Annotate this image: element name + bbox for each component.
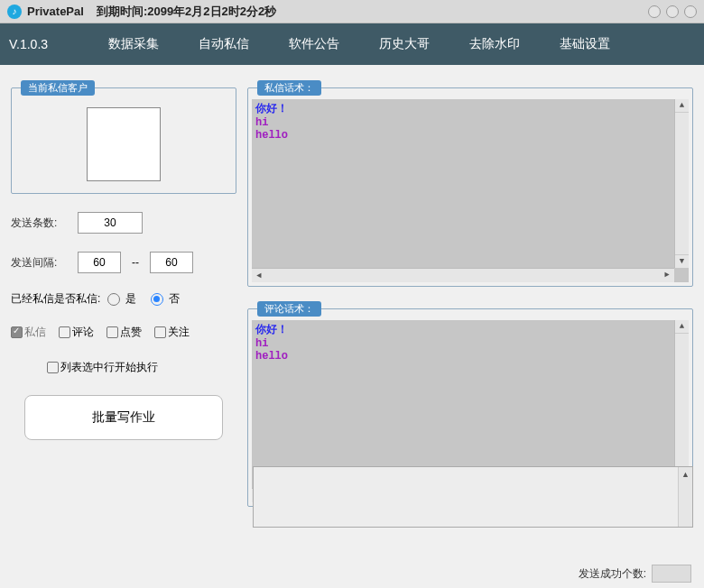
right-panel: 私信话术： 你好！ hi hello ▲▼ ◄► 评论话术： 你好！ hi he… bbox=[247, 80, 693, 507]
nav-remove-watermark[interactable]: 去除水印 bbox=[469, 36, 520, 52]
already-pm-row: 已经私信是否私信: 是 否 bbox=[11, 291, 236, 307]
check-like-label: 点赞 bbox=[120, 326, 142, 338]
version-label: V.1.0.3 bbox=[9, 37, 108, 51]
pm-line2: hi bbox=[252, 116, 689, 129]
send-count-input[interactable] bbox=[78, 212, 143, 234]
app-logo-icon: ♪ bbox=[7, 5, 22, 19]
check-follow-label: 关注 bbox=[168, 326, 190, 338]
listrow-check-row: 列表选中行开始执行 bbox=[11, 360, 236, 375]
sent-count-box bbox=[652, 565, 691, 583]
pm-script-box: 私信话术： 你好！ hi hello ▲▼ ◄► bbox=[247, 80, 693, 287]
expire-text: 到期时间:2099年2月2日2时2分2秒 bbox=[97, 4, 276, 20]
minimize-icon[interactable] bbox=[648, 5, 661, 18]
pm-line3: hello bbox=[252, 129, 689, 142]
send-interval-row: 发送间隔: -- bbox=[11, 252, 236, 273]
radio-no[interactable] bbox=[151, 293, 163, 306]
titlebar: ♪ PrivatePal 到期时间:2099年2月2日2时2分2秒 bbox=[0, 0, 704, 23]
radio-no-label: 否 bbox=[169, 291, 180, 307]
check-like[interactable] bbox=[107, 326, 118, 338]
batch-write-button[interactable]: 批量写作业 bbox=[24, 395, 223, 440]
cm-line3: hello bbox=[252, 350, 689, 363]
cm-line2: hi bbox=[252, 337, 689, 350]
check-pm[interactable] bbox=[11, 326, 23, 338]
left-panel: 当前私信客户 发送条数: 发送间隔: -- 已经私信是否私信: 是 否 私信 评… bbox=[11, 80, 236, 507]
send-count-row: 发送条数: bbox=[11, 212, 236, 234]
app-title: PrivatePal bbox=[27, 5, 84, 18]
check-pm-label: 私信 bbox=[24, 326, 46, 338]
check-comment[interactable] bbox=[59, 326, 70, 338]
pm-hscroll[interactable]: ◄► bbox=[252, 268, 674, 282]
interval-max-input[interactable] bbox=[150, 252, 193, 273]
current-client-box: 当前私信客户 bbox=[11, 80, 236, 194]
send-count-label: 发送条数: bbox=[11, 216, 70, 231]
nav-auto-pm[interactable]: 自动私信 bbox=[199, 36, 249, 52]
footer: 发送成功个数: bbox=[579, 565, 691, 583]
close-icon[interactable] bbox=[684, 5, 697, 18]
already-pm-label: 已经私信是否私信: bbox=[11, 291, 100, 307]
radio-yes[interactable] bbox=[107, 293, 120, 306]
nav-announce[interactable]: 软件公告 bbox=[289, 36, 339, 52]
cm-line1: 你好！ bbox=[252, 320, 689, 337]
pm-legend: 私信话术： bbox=[257, 80, 321, 96]
nav-history[interactable]: 历史大哥 bbox=[379, 36, 430, 52]
pm-textarea[interactable]: 你好！ hi hello ▲▼ ◄► bbox=[252, 99, 689, 282]
check-listrow[interactable] bbox=[47, 362, 59, 373]
check-comment-label: 评论 bbox=[72, 326, 94, 338]
pm-line1: 你好！ bbox=[252, 99, 689, 116]
check-listrow-label: 列表选中行开始执行 bbox=[60, 360, 158, 375]
comment-vscroll[interactable]: ▲▼ bbox=[674, 320, 689, 489]
send-interval-label: 发送间隔: bbox=[11, 255, 70, 271]
maximize-icon[interactable] bbox=[666, 5, 679, 18]
client-avatar bbox=[87, 107, 161, 181]
top-nav: V.1.0.3 数据采集 自动私信 软件公告 历史大哥 去除水印 基础设置 bbox=[0, 23, 704, 65]
log-box[interactable]: ▲ bbox=[253, 466, 693, 528]
radio-yes-label: 是 bbox=[125, 291, 136, 307]
sent-label: 发送成功个数: bbox=[579, 566, 646, 582]
nav-data-collect[interactable]: 数据采集 bbox=[108, 36, 159, 52]
client-legend: 当前私信客户 bbox=[21, 80, 95, 96]
action-checks-row: 私信 评论 点赞 关注 bbox=[11, 325, 236, 340]
comment-legend: 评论话术： bbox=[257, 301, 321, 317]
check-follow[interactable] bbox=[154, 326, 166, 338]
log-vscroll[interactable]: ▲ bbox=[678, 467, 692, 527]
nav-settings[interactable]: 基础设置 bbox=[560, 36, 610, 52]
interval-sep: -- bbox=[128, 256, 143, 269]
pm-vscroll[interactable]: ▲▼ bbox=[674, 99, 689, 268]
interval-min-input[interactable] bbox=[78, 252, 121, 273]
